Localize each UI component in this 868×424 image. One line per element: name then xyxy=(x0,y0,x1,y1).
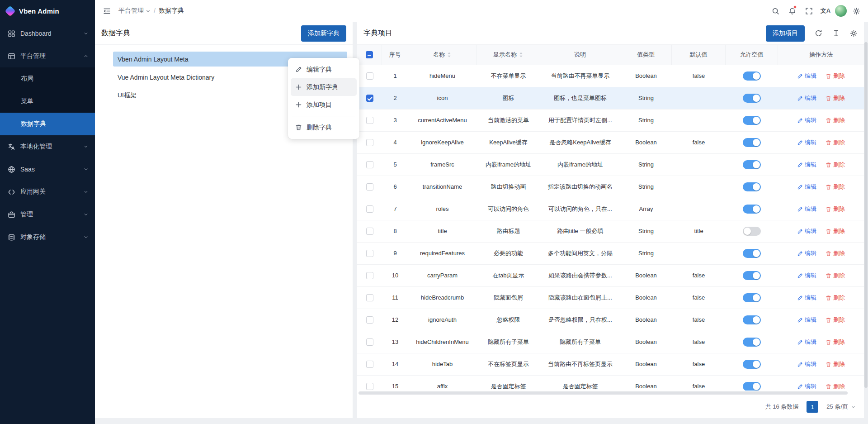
edit-row-button[interactable]: 编辑 xyxy=(797,338,816,346)
sidebar-menu-item[interactable]: Dashboard xyxy=(0,22,95,45)
horizontal-scrollbar[interactable] xyxy=(357,391,864,395)
table-row[interactable]: 10carryParam在tab页显示如果该路由会携带参数...Booleanf… xyxy=(357,265,864,287)
row-checkbox[interactable] xyxy=(366,250,373,257)
sidebar-menu-item[interactable]: 应用网关 xyxy=(0,181,95,203)
allow-null-toggle[interactable] xyxy=(743,338,761,347)
translate-button[interactable]: 文A xyxy=(818,4,833,18)
search-button[interactable] xyxy=(768,4,783,18)
delete-row-button[interactable]: 删除 xyxy=(826,316,845,324)
delete-row-button[interactable]: 删除 xyxy=(826,161,845,169)
allow-null-toggle[interactable] xyxy=(743,382,761,391)
allow-null-toggle[interactable] xyxy=(743,249,761,258)
row-checkbox[interactable] xyxy=(366,139,373,146)
table-row[interactable]: 1hideMenu不在菜单显示当前路由不再菜单显示Booleanfalse编辑删… xyxy=(357,65,864,87)
app-logo[interactable]: Vben Admin xyxy=(0,0,95,22)
collapse-sidebar-button[interactable] xyxy=(99,4,114,18)
sidebar-submenu-item[interactable]: 菜单 xyxy=(0,90,95,113)
delete-row-button[interactable]: 删除 xyxy=(826,138,845,147)
table-row[interactable]: 12ignoreAuth忽略权限是否忽略权限，只在权...Booleanfals… xyxy=(357,309,864,331)
sidebar-menu-item[interactable]: Saas xyxy=(0,158,95,181)
context-menu-item[interactable]: 删除字典 xyxy=(291,119,357,136)
table-row[interactable]: 3currentActiveMenu当前激活的菜单用于配置详情页时左侧...St… xyxy=(357,110,864,132)
delete-row-button[interactable]: 删除 xyxy=(826,227,845,235)
delete-row-button[interactable]: 删除 xyxy=(826,294,845,302)
allow-null-toggle[interactable] xyxy=(743,360,761,369)
add-dictionary-button[interactable]: 添加新字典 xyxy=(301,25,346,42)
delete-row-button[interactable]: 删除 xyxy=(826,205,845,213)
delete-row-button[interactable]: 删除 xyxy=(826,272,845,280)
sidebar-menu-item[interactable]: 本地化管理 xyxy=(0,135,95,158)
sidebar-submenu-item[interactable]: 数据字典 xyxy=(0,113,95,135)
allow-null-toggle[interactable] xyxy=(743,160,761,169)
sidebar-menu-item[interactable]: 对象存储 xyxy=(0,226,95,248)
delete-row-button[interactable]: 删除 xyxy=(826,360,845,368)
delete-row-button[interactable]: 删除 xyxy=(826,249,845,257)
edit-row-button[interactable]: 编辑 xyxy=(797,183,816,191)
add-item-button[interactable]: 添加项目 xyxy=(766,25,805,42)
row-checkbox[interactable] xyxy=(366,316,373,324)
table-row[interactable]: 11hideBreadcrumb隐藏面包屑隐藏该路由在面包屑上...Boolea… xyxy=(357,287,864,309)
context-menu-item[interactable]: 添加新字典 xyxy=(291,78,357,96)
edit-row-button[interactable]: 编辑 xyxy=(797,249,816,257)
edit-row-button[interactable]: 编辑 xyxy=(797,294,816,302)
delete-row-button[interactable]: 删除 xyxy=(826,183,845,191)
vertical-scrollbar-thumb[interactable] xyxy=(864,42,868,388)
edit-row-button[interactable]: 编辑 xyxy=(797,205,816,213)
sidebar-submenu-item[interactable]: 布局 xyxy=(0,67,95,90)
vertical-scrollbar[interactable] xyxy=(864,42,868,418)
row-checkbox[interactable] xyxy=(366,361,373,368)
row-checkbox[interactable] xyxy=(366,205,373,213)
row-checkbox[interactable] xyxy=(366,183,373,191)
table-row[interactable]: 13hideChildrenInMenu隐藏所有子菜单隐藏所有子菜单Boolea… xyxy=(357,331,864,353)
row-height-button[interactable] xyxy=(832,29,840,37)
edit-row-button[interactable]: 编辑 xyxy=(797,382,816,391)
refresh-button[interactable] xyxy=(815,29,822,37)
horizontal-scrollbar-thumb[interactable] xyxy=(359,391,848,395)
select-all-checkbox[interactable] xyxy=(366,51,373,58)
table-row[interactable]: 4ignoreKeepAliveKeepAlive缓存是否忽略KeepAlive… xyxy=(357,132,864,154)
column-header[interactable]: 显示名称 xyxy=(476,45,540,65)
context-menu-item[interactable]: 编辑字典 xyxy=(291,61,357,78)
allow-null-toggle[interactable] xyxy=(743,182,761,191)
table-row[interactable]: 14hideTab不在标签页显示当前路由不再标签页显示Booleanfalse编… xyxy=(357,353,864,376)
table-row[interactable]: 9requiredFeatures必要的功能多个功能间用英文，分隔String编… xyxy=(357,243,864,265)
allow-null-toggle[interactable] xyxy=(743,94,761,103)
sort-icon[interactable] xyxy=(447,52,451,58)
row-checkbox[interactable] xyxy=(366,338,373,346)
user-avatar[interactable] xyxy=(835,5,847,17)
sort-icon[interactable] xyxy=(519,52,523,58)
allow-null-toggle[interactable] xyxy=(743,293,761,302)
context-menu-item[interactable]: 添加项目 xyxy=(291,96,357,114)
table-row[interactable]: 6transitionName路由切换动画指定该路由切换的动画名String编辑… xyxy=(357,176,864,198)
allow-null-toggle[interactable] xyxy=(743,116,761,125)
row-checkbox[interactable] xyxy=(366,383,373,390)
fullscreen-button[interactable] xyxy=(802,4,816,18)
sidebar-menu-item[interactable]: 管理 xyxy=(0,203,95,226)
edit-row-button[interactable]: 编辑 xyxy=(797,272,816,280)
edit-row-button[interactable]: 编辑 xyxy=(797,161,816,169)
delete-row-button[interactable]: 删除 xyxy=(826,72,845,80)
edit-row-button[interactable]: 编辑 xyxy=(797,116,816,124)
notifications-button[interactable] xyxy=(785,4,799,18)
edit-row-button[interactable]: 编辑 xyxy=(797,227,816,235)
column-header[interactable]: 名称 xyxy=(408,45,476,65)
row-checkbox[interactable] xyxy=(366,161,373,168)
sidebar-menu-item[interactable]: 平台管理 xyxy=(0,45,95,67)
row-checkbox[interactable] xyxy=(366,95,373,102)
breadcrumb-parent[interactable]: 平台管理 xyxy=(118,7,151,15)
allow-null-toggle[interactable] xyxy=(743,205,761,214)
delete-row-button[interactable]: 删除 xyxy=(826,382,845,391)
edit-row-button[interactable]: 编辑 xyxy=(797,360,816,368)
page-number-button[interactable]: 1 xyxy=(807,401,818,413)
row-checkbox[interactable] xyxy=(366,228,373,235)
delete-row-button[interactable]: 删除 xyxy=(826,116,845,124)
allow-null-toggle[interactable] xyxy=(743,227,761,236)
edit-row-button[interactable]: 编辑 xyxy=(797,94,816,102)
table-settings-button[interactable] xyxy=(850,29,858,37)
table-row[interactable]: 2icon图标图标，也是菜单图标String编辑删除 xyxy=(357,87,864,110)
row-checkbox[interactable] xyxy=(366,272,373,279)
row-checkbox[interactable] xyxy=(366,72,373,80)
edit-row-button[interactable]: 编辑 xyxy=(797,138,816,147)
allow-null-toggle[interactable] xyxy=(743,138,761,147)
table-row[interactable]: 7roles可以访问的角色可以访问的角色，只在...Array编辑删除 xyxy=(357,198,864,220)
